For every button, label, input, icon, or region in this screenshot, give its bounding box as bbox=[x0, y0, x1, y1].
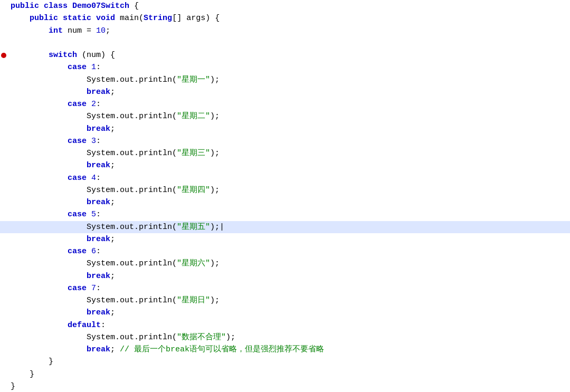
line-content-22: System.out.println("星期六"); bbox=[7, 257, 570, 270]
code-line-13: System.out.println("星期三"); bbox=[0, 147, 570, 159]
class-name: Demo07Switch bbox=[72, 2, 129, 11]
str-tuesday: "星期二" bbox=[177, 112, 210, 121]
line-content-6: case 1: bbox=[7, 61, 570, 73]
code-line-29: break; // 最后一个break语句可以省略，但是强烈推荐不要省略 bbox=[0, 343, 570, 356]
keyword-break2: break bbox=[87, 125, 110, 133]
str-sunday: "星期日" bbox=[177, 296, 210, 305]
code-line-18: case 5: bbox=[0, 208, 570, 221]
code-line-1: public class Demo07Switch { bbox=[0, 0, 570, 12]
line-content-32: } bbox=[7, 380, 570, 392]
keyword-case5: case bbox=[68, 210, 87, 219]
keyword-class: class bbox=[44, 2, 68, 11]
line-content-12: case 3: bbox=[7, 135, 570, 147]
line-content-15: case 4: bbox=[7, 172, 570, 184]
line-content-10: System.out.println("星期二"); bbox=[7, 110, 570, 122]
code-line-3: int num = 10; bbox=[0, 25, 570, 37]
line-content-20: break; bbox=[7, 233, 570, 245]
str-invalid: "数据不合理" bbox=[177, 333, 226, 342]
keyword-break3: break bbox=[87, 161, 110, 170]
line-content-13: System.out.println("星期三"); bbox=[7, 147, 570, 159]
code-line-10: System.out.println("星期二"); bbox=[0, 110, 570, 122]
code-line-9: case 2: bbox=[0, 98, 570, 110]
code-line-23: break; bbox=[0, 270, 570, 282]
line-content-9: case 2: bbox=[7, 98, 570, 110]
code-line-25: System.out.println("星期日"); bbox=[0, 294, 570, 307]
line-content-3: int num = 10; bbox=[7, 25, 570, 37]
code-line-7: System.out.println("星期一"); bbox=[0, 74, 570, 86]
code-line-21: case 6: bbox=[0, 245, 570, 257]
line-content-14: break; bbox=[7, 159, 570, 171]
code-line-27: default: bbox=[0, 319, 570, 331]
line-content-25: System.out.println("星期日"); bbox=[7, 294, 570, 307]
cursor-caret: | bbox=[220, 223, 224, 232]
keyword-int: int bbox=[49, 26, 63, 35]
line-content-19: System.out.println("星期五");| bbox=[7, 221, 570, 233]
keyword-void: void bbox=[96, 14, 115, 23]
code-line-17: break; bbox=[0, 196, 570, 208]
line-content-23: break; bbox=[7, 270, 570, 282]
code-line-2: public static void main(String[] args) { bbox=[0, 12, 570, 24]
code-line-31: } bbox=[0, 368, 570, 380]
line-content-30: } bbox=[7, 356, 570, 368]
keyword-case7: case bbox=[68, 284, 87, 293]
keyword-case1: case bbox=[68, 63, 87, 72]
code-line-14: break; bbox=[0, 159, 570, 171]
code-line-32: } bbox=[0, 380, 570, 392]
line-content-8: break; bbox=[7, 86, 570, 98]
keyword-public: public bbox=[11, 2, 39, 11]
code-editor: public class Demo07Switch { public stati… bbox=[0, 0, 570, 392]
code-line-16: System.out.println("星期四"); bbox=[0, 184, 570, 196]
keyword-break7: break bbox=[87, 308, 110, 317]
keyword-break4: break bbox=[87, 198, 110, 207]
code-line-30: } bbox=[0, 356, 570, 368]
line-content-16: System.out.println("星期四"); bbox=[7, 184, 570, 196]
breakpoint-indicator bbox=[1, 53, 6, 58]
line-content-21: case 6: bbox=[7, 245, 570, 257]
line-content-24: case 7: bbox=[7, 282, 570, 294]
line-content-7: System.out.println("星期一"); bbox=[7, 74, 570, 86]
code-line-26: break; bbox=[0, 307, 570, 319]
code-line-11: break; bbox=[0, 123, 570, 135]
code-line-19: System.out.println("星期五");| bbox=[0, 221, 570, 233]
line-content-27: default: bbox=[7, 319, 570, 331]
keyword-break8: break bbox=[87, 345, 110, 354]
line-content-11: break; bbox=[7, 123, 570, 135]
code-line-5: switch (num) { bbox=[0, 49, 570, 61]
code-line-28: System.out.println("数据不合理"); bbox=[0, 331, 570, 343]
line-content-28: System.out.println("数据不合理"); bbox=[7, 331, 570, 343]
str-monday: "星期一" bbox=[177, 75, 210, 84]
str-saturday: "星期六" bbox=[177, 259, 210, 268]
line-content-26: break; bbox=[7, 307, 570, 319]
line-content-5: switch (num) { bbox=[7, 49, 570, 61]
keyword-static: static bbox=[63, 14, 91, 23]
str-friday: "星期五" bbox=[177, 223, 210, 232]
str-wednesday: "星期三" bbox=[177, 149, 210, 158]
line-content-18: case 5: bbox=[7, 208, 570, 221]
keyword-case3: case bbox=[68, 137, 87, 146]
keyword-public2: public bbox=[30, 14, 58, 23]
keyword-switch: switch bbox=[49, 51, 77, 60]
keyword-break1: break bbox=[87, 88, 110, 97]
keyword-default: default bbox=[68, 321, 101, 330]
code-line-4 bbox=[0, 37, 570, 49]
keyword-case4: case bbox=[68, 174, 87, 183]
code-line-15: case 4: bbox=[0, 172, 570, 184]
line-content-4 bbox=[7, 37, 570, 49]
str-thursday: "星期四" bbox=[177, 186, 210, 195]
line-content-2: public static void main(String[] args) { bbox=[7, 12, 570, 24]
keyword-case2: case bbox=[68, 100, 87, 109]
code-line-20: break; bbox=[0, 233, 570, 245]
line-content-1: public class Demo07Switch { bbox=[7, 0, 570, 12]
code-line-8: break; bbox=[0, 86, 570, 98]
line-content-17: break; bbox=[7, 196, 570, 208]
keyword-break6: break bbox=[87, 272, 110, 281]
keyword-case6: case bbox=[68, 247, 87, 256]
code-line-6: case 1: bbox=[0, 61, 570, 73]
num-10: 10 bbox=[96, 26, 106, 35]
gutter-5 bbox=[0, 53, 7, 58]
code-line-12: case 3: bbox=[0, 135, 570, 147]
line-content-29: break; // 最后一个break语句可以省略，但是强烈推荐不要省略 bbox=[7, 343, 570, 356]
code-line-24: case 7: bbox=[0, 282, 570, 294]
code-line-22: System.out.println("星期六"); bbox=[0, 257, 570, 270]
line-content-31: } bbox=[7, 368, 570, 380]
